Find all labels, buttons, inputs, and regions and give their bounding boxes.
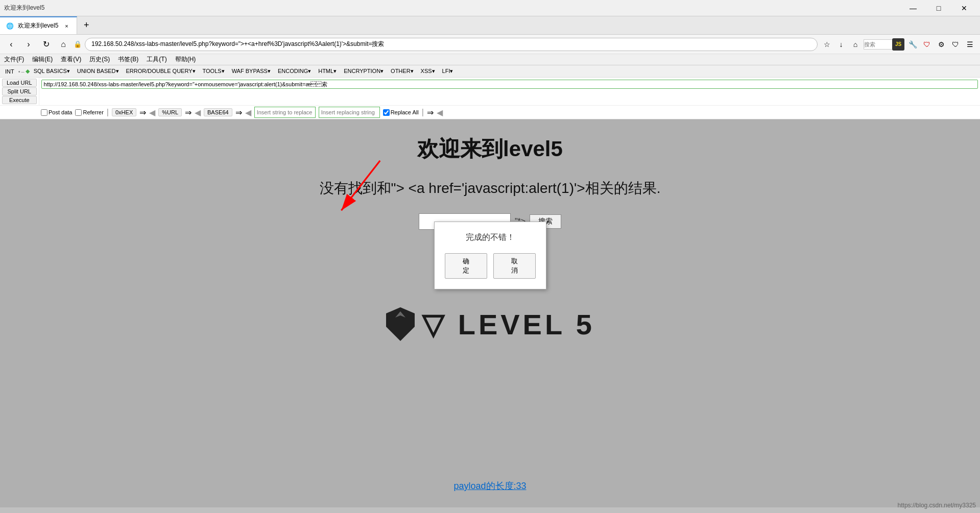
tab-bar: 🌐 欢迎来到level5 × + <box>0 16 980 35</box>
minimize-button[interactable]: — <box>901 0 925 16</box>
hackbar-dot3: ◆ <box>26 68 30 75</box>
hackbar: INT • – ◆ SQL BASICS▾ UNION BASED▾ ERROR… <box>0 65 980 119</box>
tab-close-button[interactable]: × <box>62 22 70 30</box>
js-badge-button[interactable]: JS <box>892 38 904 51</box>
hackbar-other[interactable]: OTHER▾ <box>388 68 417 75</box>
menu-tools[interactable]: 工具(T) <box>142 54 171 65</box>
separator4: ◀ <box>245 108 251 117</box>
hackbar-encryption[interactable]: ENCRYPTION▾ <box>341 68 387 75</box>
hackbar-encoding[interactable]: ENCODING▾ <box>275 68 314 75</box>
shield-button[interactable]: 🛡 <box>949 38 962 51</box>
extension2-button[interactable]: ⚙ <box>935 38 947 51</box>
arrow1: ⇒ <box>139 108 146 117</box>
menu-history[interactable]: 历史(S) <box>85 54 114 65</box>
post-data-checkbox[interactable] <box>41 109 47 116</box>
url-button[interactable]: %URL <box>158 108 182 116</box>
separator5: | <box>422 108 424 117</box>
menu-help[interactable]: 帮助(H) <box>171 54 200 65</box>
hackbar-union[interactable]: UNION BASED▾ <box>74 68 122 75</box>
hackbar-error[interactable]: ERROR/DOUBLE QUERY▾ <box>123 68 199 75</box>
referrer-checkbox[interactable] <box>75 109 82 116</box>
hackbar-int[interactable]: INT <box>2 68 17 75</box>
separator6: ◀ <box>437 108 443 117</box>
payload-link[interactable]: payload的长度:33 <box>453 480 526 492</box>
address-icons: ☆ ↓ ⌂ 🌐 JS 🔧 🛡 ⚙ 🛡 ☰ <box>821 38 976 51</box>
menu-bar: 文件(F) 编辑(E) 查看(V) 历史(S) 书签(B) 工具(T) 帮助(H… <box>0 54 980 65</box>
download-button[interactable]: ↓ <box>835 38 847 51</box>
search-icon-button[interactable] <box>878 38 890 51</box>
dialog-confirm-button[interactable]: 确定 <box>445 253 487 279</box>
address-input[interactable] <box>85 38 818 51</box>
menu-bookmarks[interactable]: 书签(B) <box>114 54 142 65</box>
page-title: 欢迎来到level5 <box>417 135 563 163</box>
hackbar-url-input[interactable] <box>41 80 978 89</box>
maximize-button[interactable]: □ <box>927 0 950 16</box>
referrer-checkbox-label[interactable]: Referrer <box>75 109 103 116</box>
separator2: ◀ <box>149 108 155 117</box>
hackbar-dot2: – <box>21 68 25 75</box>
dialog-message: 完成的不错！ <box>466 232 515 243</box>
home-button[interactable]: ⌂ <box>56 37 70 52</box>
new-tab-button[interactable]: + <box>77 16 95 34</box>
tab-label: 欢迎来到level5 <box>18 21 58 30</box>
logo-container: ▽ LEVEL 5 <box>385 306 595 342</box>
refresh-button[interactable]: ↻ <box>39 37 53 52</box>
menu-file[interactable]: 文件(F) <box>0 54 28 65</box>
bookmark-star-button[interactable]: ☆ <box>821 38 833 51</box>
arrow3: ⇒ <box>235 108 242 117</box>
window-title: 欢迎来到level5 <box>4 4 901 12</box>
home-nav-button[interactable]: ⌂ <box>849 38 862 51</box>
replacing-string-input[interactable] <box>319 107 380 118</box>
titlebar: 欢迎来到level5 — □ ✕ <box>0 0 980 16</box>
logo-text: ▽ LEVEL 5 <box>422 308 595 341</box>
hackbar-xss[interactable]: XSS▾ <box>418 68 438 75</box>
browser-content: 欢迎来到level5 没有找到和"> <a href='javascript:a… <box>0 119 980 507</box>
hackbar-tools[interactable]: TOOLS▾ <box>200 68 228 75</box>
hackbar-sql[interactable]: SQL BASICS▾ <box>31 68 73 75</box>
shield-red-button[interactable]: 🛡 <box>921 38 933 51</box>
separator3: ◀ <box>195 108 201 117</box>
split-url-button[interactable]: Split URL <box>2 87 37 95</box>
menu-button[interactable]: ☰ <box>964 38 976 51</box>
dialog-buttons: 确定 取消 <box>445 253 536 279</box>
hex-button[interactable]: 0xHEX <box>112 108 136 116</box>
hackbar-html[interactable]: HTML▾ <box>315 68 340 75</box>
separator1: | <box>107 108 109 117</box>
base64-button[interactable]: BASE64 <box>204 108 232 116</box>
menu-view[interactable]: 查看(V) <box>57 54 85 65</box>
tab-level5[interactable]: 🌐 欢迎来到level5 × <box>0 16 77 34</box>
tab-favicon: 🌐 <box>6 22 14 30</box>
close-button[interactable]: ✕ <box>952 0 976 16</box>
page-subtitle: 没有找到和"> <a href='javascript:alert(1)'>相关… <box>320 179 661 198</box>
load-url-button[interactable]: Load URL <box>2 79 37 87</box>
extension1-button[interactable]: 🔧 <box>906 38 919 51</box>
dialog-box: 完成的不错！ 确定 取消 <box>434 222 546 289</box>
back-button[interactable]: ‹ <box>4 37 18 52</box>
hackbar-waf[interactable]: WAF BYPASS▾ <box>229 68 274 75</box>
address-bar: ‹ › ↻ ⌂ 🔒 ☆ ↓ ⌂ 🌐 JS 🔧 🛡 ⚙ 🛡 ☰ <box>0 35 980 54</box>
forward-button[interactable]: › <box>21 37 36 52</box>
arrow2: ⇒ <box>185 108 192 117</box>
hackbar-lfi[interactable]: LFI▾ <box>439 68 457 75</box>
hackbar-dot1: • <box>18 68 20 75</box>
lock-icon: 🔒 <box>74 40 82 48</box>
arrow4: ⇒ <box>427 108 434 117</box>
csdn-watermark: https://blog.csdn.net/my3325 <box>898 502 976 509</box>
shield-logo-icon <box>385 306 416 342</box>
replace-all-checkbox-label[interactable]: Replace All <box>383 109 419 116</box>
replace-all-checkbox[interactable] <box>383 109 390 116</box>
menu-edit[interactable]: 编辑(E) <box>28 54 57 65</box>
dialog-cancel-button[interactable]: 取消 <box>493 253 536 279</box>
logo-area: ▽ LEVEL 5 <box>385 306 595 342</box>
replace-string-input[interactable] <box>254 107 316 118</box>
execute-button[interactable]: Execute <box>2 96 37 104</box>
window-controls: — □ ✕ <box>901 0 976 16</box>
post-data-checkbox-label[interactable]: Post data <box>41 109 72 116</box>
